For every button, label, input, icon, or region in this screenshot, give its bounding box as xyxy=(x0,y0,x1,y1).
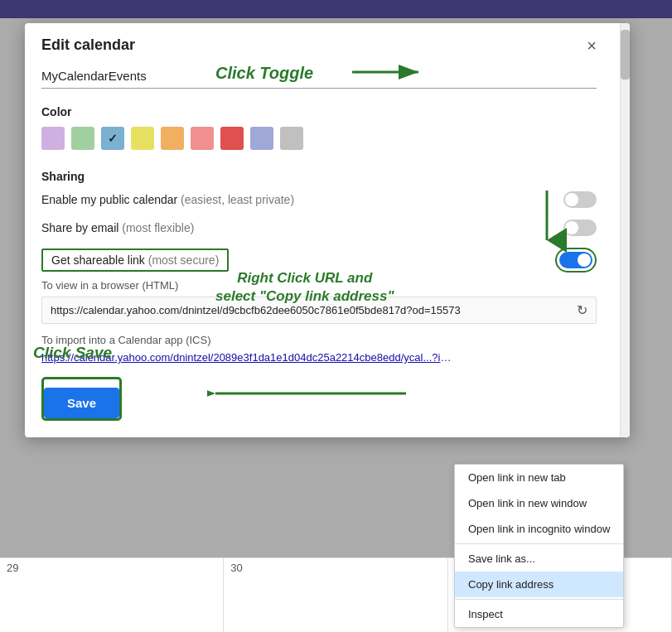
color-section-label: Color xyxy=(41,105,597,118)
context-item-inspect[interactable]: Inspect xyxy=(455,601,623,627)
save-button-highlight: Save xyxy=(41,377,122,421)
modal-header: Edit calendar × xyxy=(25,23,613,64)
color-swatch-orange[interactable] xyxy=(161,127,184,150)
shareable-link-toggle[interactable] xyxy=(559,252,592,268)
context-item-new-window[interactable]: Open link in new window xyxy=(455,490,623,516)
public-calendar-row: Enable my public calendar (easiest, leas… xyxy=(41,191,597,208)
color-swatch-green[interactable] xyxy=(71,127,94,150)
public-calendar-label: Enable my public calendar (easiest, leas… xyxy=(41,193,294,206)
calendar-name-input[interactable] xyxy=(41,64,597,89)
context-item-copy-link[interactable]: Copy link address xyxy=(455,572,623,597)
share-email-label: Share by email (most flexible) xyxy=(41,221,194,234)
save-area: Click Save Save xyxy=(41,377,597,421)
color-swatch-yellow[interactable] xyxy=(131,127,154,150)
context-menu: Open link in new tab Open link in new wi… xyxy=(454,464,624,628)
context-item-new-tab[interactable]: Open link in new tab xyxy=(455,465,623,490)
color-swatch-lavender[interactable] xyxy=(41,127,65,150)
modal-title: Edit calendar xyxy=(41,36,135,54)
sharing-section-label: Sharing xyxy=(41,170,597,183)
edit-calendar-modal: Edit calendar × Color ✓ Sharing xyxy=(25,23,630,437)
share-email-row: Share by email (most flexible) xyxy=(41,220,597,236)
modal-body: Color ✓ Sharing Enable my public calenda… xyxy=(25,64,613,437)
color-row: ✓ xyxy=(41,127,597,150)
arrow-to-save xyxy=(207,381,414,406)
color-swatch-pink[interactable] xyxy=(191,127,214,150)
modal-scrollbar[interactable] xyxy=(620,23,630,437)
share-email-toggle[interactable] xyxy=(563,220,597,236)
context-item-incognito[interactable]: Open link in incognito window xyxy=(455,516,623,542)
calendar-day-30: 30 xyxy=(224,558,447,632)
shareable-link-box: Get shareable link (most secure) xyxy=(41,248,229,272)
ics-import-label: To import into a Calendar app (ICS) xyxy=(41,334,597,346)
context-divider-2 xyxy=(455,599,623,600)
html-url-text: https://calendar.yahoo.com/dnintzel/d9cb… xyxy=(51,304,570,316)
public-calendar-toggle[interactable] xyxy=(563,191,597,208)
refresh-icon[interactable]: ↻ xyxy=(577,302,587,318)
rightclick-annotation: Right Click URL and select "Copy link ad… xyxy=(215,269,394,306)
context-item-save-link[interactable]: Save link as... xyxy=(455,546,623,572)
color-swatch-blue[interactable]: ✓ xyxy=(101,127,124,150)
ics-url-section: To import into a Calendar app (ICS) Righ… xyxy=(41,334,597,364)
color-swatch-gray[interactable] xyxy=(280,127,303,150)
calendar-day-29: 29 xyxy=(0,558,224,632)
close-button[interactable]: × xyxy=(587,37,597,54)
context-divider-1 xyxy=(455,543,623,544)
click-save-annotation: Click Save xyxy=(33,344,112,362)
color-swatch-red[interactable] xyxy=(220,127,244,150)
arrow-to-toggle xyxy=(348,57,431,87)
click-toggle-annotation: Click Toggle xyxy=(215,64,313,83)
color-swatch-purple[interactable] xyxy=(250,127,273,150)
arrow-down xyxy=(526,186,568,253)
scrollbar-thumb[interactable] xyxy=(621,30,630,80)
save-button[interactable]: Save xyxy=(44,388,119,418)
